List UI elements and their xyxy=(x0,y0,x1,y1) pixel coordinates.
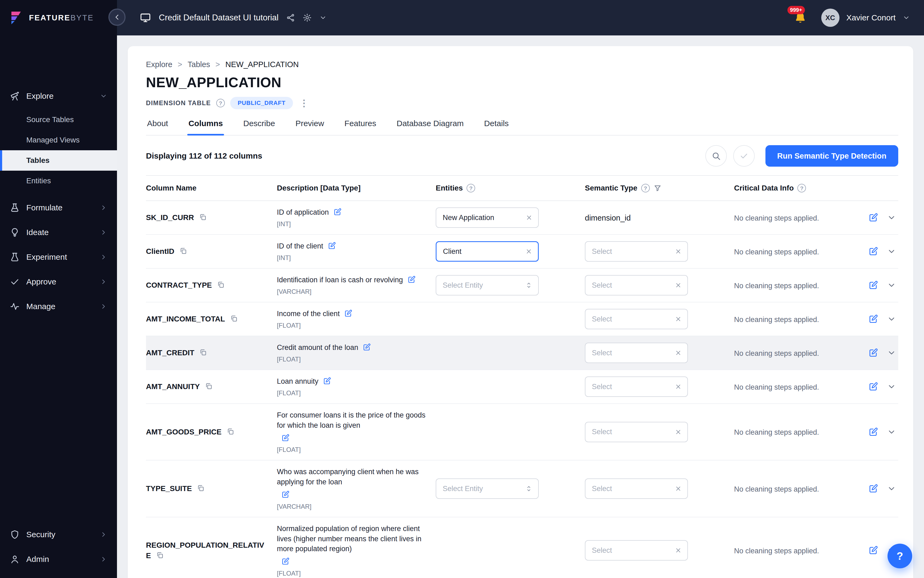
entity-select-placeholder: Select Entity xyxy=(443,485,483,493)
edit-description-icon[interactable] xyxy=(363,343,371,352)
edit-column-icon[interactable] xyxy=(868,213,879,223)
search-button[interactable] xyxy=(705,145,727,167)
clear-semantic-icon[interactable] xyxy=(674,281,682,289)
edit-column-icon[interactable] xyxy=(868,545,879,555)
remove-entity-icon[interactable] xyxy=(525,248,533,255)
edit-description-icon[interactable] xyxy=(281,557,290,566)
edit-description-icon[interactable] xyxy=(327,242,336,250)
sidebar-item-entities[interactable]: Entities xyxy=(0,170,117,191)
edit-column-icon[interactable] xyxy=(868,427,879,437)
edit-description-icon[interactable] xyxy=(281,434,290,442)
filter-icon[interactable] xyxy=(653,184,661,192)
copy-icon[interactable] xyxy=(199,213,207,221)
tab-details[interactable]: Details xyxy=(483,119,510,135)
breadcrumb-item-explore[interactable]: Explore xyxy=(146,60,172,69)
clear-semantic-icon[interactable] xyxy=(674,349,682,357)
copy-icon[interactable] xyxy=(199,348,207,356)
tab-preview[interactable]: Preview xyxy=(294,119,325,135)
edit-description-icon[interactable] xyxy=(344,309,353,318)
notifications-button[interactable]: 999+ xyxy=(794,11,807,24)
expand-row-icon[interactable] xyxy=(887,484,896,493)
semantic-type-help-icon[interactable]: ? xyxy=(641,184,650,192)
edit-description-icon[interactable] xyxy=(323,377,331,385)
sidebar-item-ideate[interactable]: Ideate xyxy=(0,220,117,245)
clear-semantic-icon[interactable] xyxy=(674,315,682,323)
copy-icon[interactable] xyxy=(197,484,205,492)
clear-semantic-icon[interactable] xyxy=(674,547,682,554)
entity-select[interactable]: Select Entity xyxy=(436,479,539,499)
edit-column-icon[interactable] xyxy=(868,382,879,392)
semantic-type-select[interactable]: Select xyxy=(585,479,688,499)
tab-features[interactable]: Features xyxy=(344,119,377,135)
copy-icon[interactable] xyxy=(156,551,164,559)
table-type-help-icon[interactable]: ? xyxy=(216,99,225,107)
semantic-type-select[interactable]: Select xyxy=(585,377,688,397)
sidebar-item-tables[interactable]: Tables xyxy=(0,150,117,170)
remove-entity-icon[interactable] xyxy=(525,214,533,221)
edit-column-icon[interactable] xyxy=(868,246,879,257)
select-all-button[interactable] xyxy=(733,145,755,167)
expand-row-icon[interactable] xyxy=(887,382,896,391)
copy-icon[interactable] xyxy=(205,382,213,390)
edit-description-icon[interactable] xyxy=(333,208,342,216)
copy-icon[interactable] xyxy=(217,281,225,289)
run-semantic-type-detection-button[interactable]: Run Semantic Type Detection xyxy=(765,145,898,167)
expand-row-icon[interactable] xyxy=(887,213,896,222)
semantic-type-select[interactable]: Select xyxy=(585,241,688,261)
workspace-chevron-down-icon[interactable] xyxy=(319,14,327,21)
sidebar-item-approve[interactable]: Approve xyxy=(0,270,117,294)
sidebar-item-security[interactable]: Security xyxy=(0,522,117,547)
edit-column-icon[interactable] xyxy=(868,484,879,494)
entities-help-icon[interactable]: ? xyxy=(467,184,475,192)
edit-column-icon[interactable] xyxy=(868,314,879,324)
edit-column-icon[interactable] xyxy=(868,280,879,291)
breadcrumb-item-tables[interactable]: Tables xyxy=(188,60,210,69)
sidebar-item-source-tables[interactable]: Source Tables xyxy=(0,109,117,130)
explore-icon xyxy=(10,91,20,101)
sidebar-item-formulate[interactable]: Formulate xyxy=(0,195,117,220)
edit-description-icon[interactable] xyxy=(407,275,416,284)
semantic-type-select[interactable]: Select xyxy=(585,343,688,363)
settings-gear-icon[interactable] xyxy=(303,13,312,22)
expand-row-icon[interactable] xyxy=(887,247,896,256)
sidebar-item-explore[interactable]: Explore xyxy=(0,84,117,109)
edit-description-icon[interactable] xyxy=(281,490,290,499)
tab-about[interactable]: About xyxy=(146,119,169,135)
entity-chip[interactable]: New Application xyxy=(436,208,539,228)
sidebar-item-admin[interactable]: Admin xyxy=(0,547,117,572)
description-cell: Identification if loan is cash or revolv… xyxy=(277,275,436,295)
tab-database-diagram[interactable]: Database Diagram xyxy=(396,119,465,135)
sidebar-item-manage[interactable]: Manage xyxy=(0,294,117,319)
tab-columns[interactable]: Columns xyxy=(187,119,224,135)
semantic-type-select[interactable]: Select xyxy=(585,540,688,560)
expand-row-icon[interactable] xyxy=(887,315,896,324)
copy-icon[interactable] xyxy=(230,315,238,323)
avatar[interactable]: XC xyxy=(821,8,840,27)
clear-semantic-icon[interactable] xyxy=(674,485,682,492)
copy-icon[interactable] xyxy=(179,247,187,255)
sidebar-collapse-button[interactable] xyxy=(109,8,126,26)
critical-data-help-icon[interactable]: ? xyxy=(798,184,806,192)
sidebar-item-experiment[interactable]: Experiment xyxy=(0,245,117,270)
semantic-type-select[interactable]: Select xyxy=(585,309,688,329)
expand-row-icon[interactable] xyxy=(887,427,896,437)
entity-chip[interactable]: Client xyxy=(436,241,539,261)
clear-semantic-icon[interactable] xyxy=(674,383,682,390)
help-fab[interactable]: ? xyxy=(888,544,912,568)
tab-describe[interactable]: Describe xyxy=(242,119,276,135)
semantic-type-select[interactable]: Select xyxy=(585,422,688,442)
more-menu-icon[interactable]: ⋮ xyxy=(300,98,308,109)
edit-column-icon[interactable] xyxy=(868,348,879,358)
expand-row-icon[interactable] xyxy=(887,281,896,290)
search-icon xyxy=(711,151,721,161)
clear-semantic-icon[interactable] xyxy=(674,428,682,436)
share-icon[interactable] xyxy=(286,13,295,22)
expand-row-icon[interactable] xyxy=(887,348,896,357)
entity-select[interactable]: Select Entity xyxy=(436,275,539,295)
copy-icon[interactable] xyxy=(227,427,235,435)
user-menu-chevron-icon[interactable] xyxy=(903,14,910,21)
semantic-type-cell: Select xyxy=(585,377,734,397)
sidebar-item-managed-views[interactable]: Managed Views xyxy=(0,130,117,150)
semantic-type-select[interactable]: Select xyxy=(585,275,688,295)
clear-semantic-icon[interactable] xyxy=(674,248,682,255)
